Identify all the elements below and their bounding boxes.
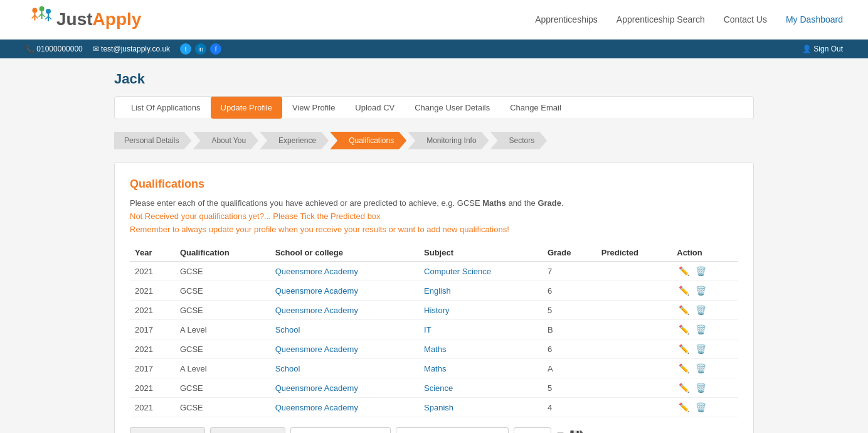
predicted-link[interactable]: Not Received your qualifications yet?...… [130, 211, 381, 221]
row-action: ✏️ 🗑️ [672, 320, 738, 339]
step-monitoring-info[interactable]: Monitoring Info [408, 132, 489, 149]
edit-button[interactable]: ✏️ [677, 285, 691, 296]
user-name: Jack [114, 71, 754, 87]
edit-button[interactable]: ✏️ [677, 265, 691, 277]
school-link[interactable]: Queensmore Academy [275, 306, 358, 315]
row-school: Queensmore Academy [270, 301, 419, 320]
tab-view-profile[interactable]: View Profile [282, 97, 345, 119]
school-link[interactable]: School [275, 325, 300, 334]
step-personal-details[interactable]: Personal Details [114, 132, 191, 149]
step-sectors[interactable]: Sectors [490, 132, 548, 149]
row-predicted [596, 262, 672, 281]
delete-button[interactable]: 🗑️ [694, 265, 708, 277]
row-predicted [596, 320, 672, 339]
nav-contact-us[interactable]: Contact Us [724, 14, 767, 24]
tab-update-profile[interactable]: Update Profile [211, 97, 282, 119]
row-predicted [596, 301, 672, 320]
row-subject: Computer Science [419, 262, 542, 281]
row-grade: 5 [542, 378, 596, 398]
row-grade: 4 [542, 398, 596, 417]
row-grade: 6 [542, 281, 596, 301]
row-school: School [270, 320, 419, 339]
table-row: 2021 GCSE Queensmore Academy History 5 ✏… [130, 301, 738, 320]
predicted-checkbox[interactable] [556, 427, 564, 433]
nav-apprenticeship-search[interactable]: Apprenticeship Search [617, 14, 705, 24]
row-year: 2021 [130, 262, 175, 281]
add-qualification-row: please select 20242023202220212020201920… [130, 424, 738, 433]
col-predicted: Predicted [596, 244, 672, 262]
delete-button[interactable]: 🗑️ [694, 402, 708, 413]
grade-input[interactable] [514, 427, 551, 433]
row-year: 2021 [130, 378, 175, 398]
edit-button[interactable]: ✏️ [677, 324, 691, 335]
save-row-button[interactable]: 💾 [569, 430, 583, 433]
steps-nav: Personal Details About You Experience Qu… [114, 132, 754, 149]
school-link[interactable]: Queensmore Academy [275, 403, 358, 412]
remember-text: Remember to always update your profile w… [130, 225, 738, 234]
sign-out-button[interactable]: 👤 Sign Out [802, 45, 843, 53]
row-year: 2021 [130, 398, 175, 417]
row-action: ✏️ 🗑️ [672, 378, 738, 398]
row-subject: English [419, 281, 542, 301]
step-about-you[interactable]: About You [193, 132, 258, 149]
qualification-select[interactable]: please select GCSE A Level BTEC Degree [210, 427, 285, 433]
facebook-icon[interactable]: f [210, 43, 221, 55]
school-input[interactable] [290, 427, 391, 433]
linkedin-icon[interactable]: in [195, 43, 206, 55]
delete-button[interactable]: 🗑️ [694, 343, 708, 355]
delete-button[interactable]: 🗑️ [694, 382, 708, 393]
row-predicted [596, 339, 672, 359]
delete-button[interactable]: 🗑️ [694, 304, 708, 316]
step-experience[interactable]: Experience [260, 132, 329, 149]
edit-button[interactable]: ✏️ [677, 402, 691, 413]
social-icons: t in f [180, 43, 221, 55]
edit-button[interactable]: ✏️ [677, 304, 691, 316]
subject-link[interactable]: English [424, 286, 451, 296]
col-year: Year [130, 244, 175, 262]
row-subject: Maths [419, 359, 542, 378]
main-nav: Apprenticeships Apprenticeship Search Co… [535, 14, 843, 24]
row-qualification: A Level [175, 320, 270, 339]
row-qualification: GCSE [175, 281, 270, 301]
twitter-icon[interactable]: t [180, 43, 191, 55]
subject-link[interactable]: IT [424, 325, 431, 334]
school-link[interactable]: School [275, 364, 300, 373]
subject-link[interactable]: Maths [424, 364, 446, 373]
edit-button[interactable]: ✏️ [677, 363, 691, 374]
tab-change-user-details[interactable]: Change User Details [405, 97, 500, 119]
row-action: ✏️ 🗑️ [672, 281, 738, 301]
school-link[interactable]: Queensmore Academy [275, 267, 358, 276]
subject-link[interactable]: Science [424, 383, 453, 393]
nav-my-dashboard[interactable]: My Dashboard [786, 14, 843, 24]
description-1: Please enter each of the qualifications … [130, 198, 738, 208]
content-area: Qualifications Please enter each of the … [114, 162, 754, 433]
subject-input[interactable] [396, 427, 509, 433]
row-qualification: GCSE [175, 262, 270, 281]
edit-button[interactable]: ✏️ [677, 343, 691, 355]
step-qualifications[interactable]: Qualifications [330, 132, 406, 149]
delete-button[interactable]: 🗑️ [694, 363, 708, 374]
row-action: ✏️ 🗑️ [672, 359, 738, 378]
subject-link[interactable]: Spanish [424, 403, 453, 412]
row-school: Queensmore Academy [270, 398, 419, 417]
subject-link[interactable]: Maths [424, 345, 446, 354]
subject-link[interactable]: Computer Science [424, 267, 491, 276]
row-school: School [270, 359, 419, 378]
row-subject: Maths [419, 339, 542, 359]
school-link[interactable]: Queensmore Academy [275, 383, 358, 393]
year-select[interactable]: please select 20242023202220212020201920… [130, 427, 205, 433]
tab-change-email[interactable]: Change Email [500, 97, 571, 119]
delete-button[interactable]: 🗑️ [694, 285, 708, 296]
tab-list-of-applications[interactable]: List Of Applications [121, 97, 211, 119]
section-title: Qualifications [130, 178, 738, 191]
school-link[interactable]: Queensmore Academy [275, 345, 358, 354]
delete-button[interactable]: 🗑️ [694, 324, 708, 335]
school-link[interactable]: Queensmore Academy [275, 286, 358, 296]
nav-apprenticeships[interactable]: Apprenticeships [535, 14, 598, 24]
table-row: 2021 GCSE Queensmore Academy Spanish 4 ✏… [130, 398, 738, 417]
subject-link[interactable]: History [424, 306, 449, 315]
tab-upload-cv[interactable]: Upload CV [345, 97, 405, 119]
row-grade: 7 [542, 262, 596, 281]
svg-point-1 [40, 6, 45, 11]
edit-button[interactable]: ✏️ [677, 382, 691, 393]
